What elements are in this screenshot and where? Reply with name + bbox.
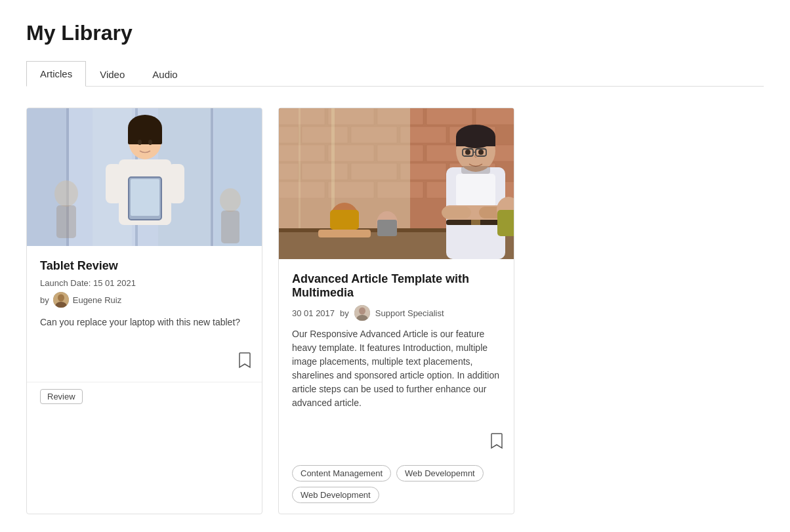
card-1-description: Can you replace your laptop with this ne…	[40, 316, 249, 329]
page-title: My Library	[26, 21, 764, 45]
svg-point-17	[148, 140, 152, 145]
svg-rect-71	[461, 166, 490, 174]
card-1-author: by Eugene Ruiz	[40, 292, 249, 308]
svg-rect-60	[377, 220, 397, 236]
card-2-description: Our Responsive Advanced Article is our f…	[292, 327, 501, 410]
svg-rect-21	[221, 211, 239, 243]
svg-point-70	[478, 150, 484, 155]
card-image-1	[27, 108, 262, 246]
svg-rect-29	[426, 108, 472, 125]
svg-rect-65	[456, 136, 495, 146]
card-1-author-avatar	[53, 292, 69, 308]
card-2-by: by	[340, 308, 349, 318]
card-1-bookmark-area	[27, 350, 262, 377]
card-tablet-review[interactable]: Tablet Review Launch Date: 15 01 2021 by…	[26, 108, 262, 514]
tab-video[interactable]: Video	[86, 61, 138, 87]
svg-rect-19	[56, 205, 76, 238]
svg-point-82	[359, 308, 365, 315]
card-2-bookmark-icon[interactable]	[490, 432, 503, 449]
svg-point-16	[138, 140, 142, 145]
card-2-bookmark-area	[279, 431, 514, 457]
card-2-title: Advanced Article Template with Multimedi…	[292, 272, 501, 300]
svg-rect-76	[471, 220, 480, 225]
tag-content-management[interactable]: Content Management	[292, 465, 391, 481]
tab-articles[interactable]: Articles	[26, 61, 86, 87]
svg-point-69	[465, 150, 470, 155]
svg-rect-73	[442, 207, 471, 218]
card-1-launch: Launch Date: 15 01 2021	[40, 278, 249, 288]
card-1-badge: Review	[40, 389, 83, 404]
card-1-author-name: Eugene Ruiz	[73, 295, 121, 305]
svg-rect-13	[131, 179, 159, 216]
svg-point-20	[220, 188, 241, 212]
svg-rect-6	[211, 108, 213, 246]
svg-rect-30	[476, 108, 514, 125]
card-1-author-prefix: by	[40, 295, 49, 305]
svg-rect-10	[106, 164, 122, 203]
card-1-body: Tablet Review Launch Date: 15 01 2021 by…	[27, 246, 262, 350]
svg-rect-80	[497, 210, 514, 236]
card-2-author-avatar	[354, 305, 370, 321]
svg-rect-57	[330, 210, 359, 230]
svg-rect-15	[128, 128, 162, 144]
card-2-date: 30 01 2017	[292, 308, 335, 318]
svg-point-18	[54, 180, 78, 207]
card-2-body: Advanced Article Template with Multimedi…	[279, 259, 514, 431]
card-2-meta: 30 01 2017 by Support Specialist	[292, 305, 501, 321]
card-1-footer: Review	[27, 382, 262, 415]
cards-grid: Tablet Review Launch Date: 15 01 2021 by…	[26, 108, 764, 514]
tag-web-developemnt[interactable]: Web Developemnt	[396, 465, 484, 481]
tabs-bar: Articles Video Audio	[26, 61, 764, 87]
card-2-author-role: Support Specialist	[375, 308, 444, 318]
svg-rect-11	[168, 164, 184, 203]
card-1-bookmark-icon[interactable]	[238, 352, 251, 369]
card-image-2	[279, 108, 514, 259]
svg-point-23	[58, 295, 64, 302]
svg-rect-62	[456, 174, 495, 207]
card-1-title: Tablet Review	[40, 259, 249, 273]
svg-rect-58	[318, 230, 371, 237]
tab-audio[interactable]: Audio	[138, 61, 191, 87]
card-advanced-article[interactable]: Advanced Article Template with Multimedi…	[278, 108, 514, 514]
tag-web-development[interactable]: Web Development	[292, 487, 379, 503]
card-2-tags: Content Management Web Developemnt Web D…	[292, 465, 501, 503]
card-2-tags-section: Content Management Web Developemnt Web D…	[279, 457, 514, 514]
